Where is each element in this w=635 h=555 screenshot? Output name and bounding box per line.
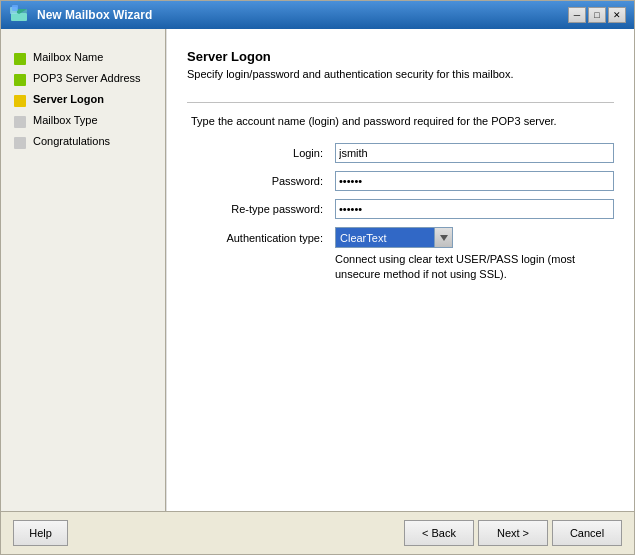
- sidebar-item-server-logon[interactable]: Server Logon: [9, 91, 157, 110]
- svg-rect-9: [14, 116, 26, 128]
- bottom-bar: Help < Back Next > Cancel: [1, 511, 634, 554]
- svg-rect-5: [12, 5, 18, 11]
- sidebar-label-mailbox-type: Mailbox Type: [33, 114, 98, 126]
- auth-hint-area: Connect using clear text USER/PASS login…: [207, 256, 614, 283]
- next-button[interactable]: Next >: [478, 520, 548, 546]
- sidebar-label-mailbox-name: Mailbox Name: [33, 51, 103, 63]
- sidebar: Mailbox Name POP3 Server Address Server …: [1, 29, 166, 511]
- sidebar-label-congratulations: Congratulations: [33, 135, 110, 147]
- help-button[interactable]: Help: [13, 520, 68, 546]
- maximize-button[interactable]: □: [588, 7, 606, 23]
- auth-type-label: Authentication type:: [207, 232, 327, 244]
- auth-hint: Connect using clear text USER/PASS login…: [335, 252, 614, 283]
- auth-dropdown-button[interactable]: [435, 227, 453, 248]
- instruction-text: Type the account name (login) and passwo…: [187, 115, 614, 127]
- title-bar: New Mailbox Wizard ─ □ ✕: [1, 1, 634, 29]
- svg-rect-8: [14, 95, 26, 107]
- svg-rect-10: [14, 137, 26, 149]
- sidebar-item-mailbox-type[interactable]: Mailbox Type: [9, 112, 157, 131]
- form-grid: Login: Password: Re-type password: Authe…: [187, 143, 614, 283]
- title-controls: ─ □ ✕: [568, 7, 626, 23]
- section-title: Server Logon: [187, 49, 614, 64]
- content-panel: Server Logon Specify login/password and …: [166, 29, 634, 511]
- password-input[interactable]: [335, 171, 614, 191]
- sidebar-item-pop3-server[interactable]: POP3 Server Address: [9, 70, 157, 89]
- login-input[interactable]: [335, 143, 614, 163]
- svg-rect-6: [14, 53, 26, 65]
- retype-label: Re-type password:: [207, 203, 327, 215]
- svg-marker-11: [440, 235, 448, 241]
- section-desc: Specify login/password and authenticatio…: [187, 68, 614, 80]
- auth-type-row: ClearText: [335, 227, 614, 248]
- svg-rect-7: [14, 74, 26, 86]
- auth-select-value: ClearText: [340, 232, 386, 244]
- wizard-window: New Mailbox Wizard ─ □ ✕ Mailbox Name PO…: [0, 0, 635, 555]
- wizard-body: Mailbox Name POP3 Server Address Server …: [1, 29, 634, 511]
- sidebar-label-server-logon: Server Logon: [33, 93, 104, 105]
- content-header: Server Logon Specify login/password and …: [187, 49, 614, 103]
- sidebar-item-mailbox-name[interactable]: Mailbox Name: [9, 49, 157, 68]
- svg-rect-1: [11, 13, 27, 21]
- close-button[interactable]: ✕: [608, 7, 626, 23]
- window-title: New Mailbox Wizard: [37, 8, 152, 22]
- back-button[interactable]: < Back: [404, 520, 474, 546]
- sidebar-label-pop3-server: POP3 Server Address: [33, 72, 141, 84]
- minimize-button[interactable]: ─: [568, 7, 586, 23]
- cancel-button[interactable]: Cancel: [552, 520, 622, 546]
- wizard-icon: [9, 5, 29, 25]
- retype-password-input[interactable]: [335, 199, 614, 219]
- auth-select-wrap: ClearText: [335, 227, 453, 248]
- auth-select-display[interactable]: ClearText: [335, 227, 435, 248]
- login-label: Login:: [207, 147, 327, 159]
- sidebar-item-congratulations[interactable]: Congratulations: [9, 133, 157, 152]
- password-label: Password:: [207, 175, 327, 187]
